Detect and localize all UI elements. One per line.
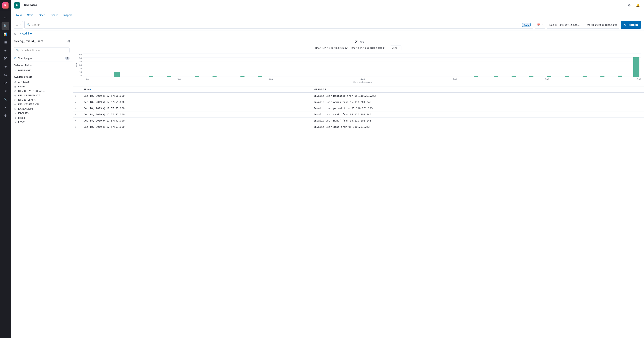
cell-message: Invalid user diag from 95.110.201.243	[310, 124, 644, 130]
svg-rect-15	[494, 76, 498, 77]
chart-separator: —	[386, 47, 388, 50]
y-tick-40: 40	[76, 61, 82, 63]
svg-rect-23	[633, 57, 639, 77]
auto-select[interactable]: Auto ▾	[390, 46, 402, 50]
cell-message: Invalid user craft from 95.110.201.243	[310, 111, 644, 118]
field-type-icon-deviceeventclass: ◎	[14, 90, 17, 92]
filter-type-badge: 0	[65, 57, 70, 60]
add-filter-button[interactable]: + Add filter	[20, 32, 33, 35]
cell-time: Dec 18, 2019 @ 17:57:56.000	[80, 93, 310, 99]
kql-badge[interactable]: KQL	[522, 23, 530, 27]
field-facility[interactable]: # FACILITY	[14, 111, 70, 116]
date-to: Dec 18, 2019 @ 18:00:00.0	[586, 24, 617, 26]
col-time[interactable]: Time ▾	[80, 86, 310, 93]
collapse-sidebar-icon[interactable]: ◁	[67, 39, 70, 43]
nav-icon-ml[interactable]: ⊕	[2, 63, 9, 71]
date-picker[interactable]: 📅 ▾	[534, 21, 545, 29]
field-name-message: MESSAGE	[18, 69, 70, 72]
field-type-icon-devicevendor: ◎	[14, 99, 17, 101]
nav-icon-management[interactable]: ⚙	[2, 112, 9, 119]
y-tick-10: 10	[76, 71, 82, 73]
app-logo: K	[2, 2, 8, 9]
field-type-icon-date: ▦	[14, 85, 17, 88]
nav-icon-apm[interactable]: ↗	[2, 87, 9, 95]
col-message: MESSAGE	[310, 86, 644, 93]
table-row: › Dec 18, 2019 @ 17:57:55.000 Invalid us…	[73, 105, 644, 111]
field-message[interactable]: t MESSAGE	[14, 68, 70, 73]
help-icon[interactable]: ⚙	[626, 2, 632, 9]
new-button[interactable]: New	[14, 13, 24, 18]
inspect-button[interactable]: Inspect	[61, 13, 74, 18]
filter-by-type-row[interactable]: ⊙ Filter by type 0	[11, 55, 72, 62]
chart-header: 121 hits	[76, 40, 641, 44]
nav-icon-maps[interactable]: 🗺	[2, 55, 9, 62]
field-devicevendor[interactable]: ◎ DEVICEVENDOR	[14, 98, 70, 102]
expand-row-button[interactable]: ›	[74, 107, 77, 110]
save-button[interactable]: Save	[25, 13, 36, 18]
field-name-appname: APPNAME	[18, 81, 70, 84]
field-deviceeventclass[interactable]: ◎ DEVICEEVENTCLAS...	[14, 89, 70, 93]
svg-rect-11	[212, 76, 217, 77]
cell-time: Dec 18, 2019 @ 17:57:51.000	[80, 124, 310, 130]
filter-type-label: Filter by type	[18, 57, 64, 60]
y-tick-60: 60	[76, 54, 82, 56]
svg-rect-16	[512, 76, 516, 77]
field-search-bar[interactable]: 🔍	[14, 47, 70, 53]
expand-row-button[interactable]: ›	[74, 95, 77, 97]
search-type-toggle[interactable]: ☰ ▾	[14, 21, 23, 29]
table-row: › Dec 18, 2019 @ 17:57:52.000 Invalid us…	[73, 118, 644, 124]
y-tick-50: 50	[76, 57, 82, 59]
expand-row-button[interactable]: ›	[74, 119, 77, 122]
y-axis-label: Count	[75, 63, 78, 68]
cell-time: Dec 18, 2019 @ 17:57:53.000	[80, 111, 310, 118]
field-type-icon-host: t	[14, 117, 17, 119]
search-input[interactable]	[32, 23, 521, 26]
cell-message: Invalid user mediator from 95.110.201.24…	[310, 93, 644, 99]
refresh-label: Refresh	[628, 23, 638, 26]
field-name-date: DATE	[18, 85, 70, 88]
nav-icon-visualize[interactable]: 📊	[2, 30, 9, 38]
field-host[interactable]: t HOST	[14, 116, 70, 120]
nav-icon-observability[interactable]: ◎	[2, 71, 9, 79]
x-tick-17: 17:00	[636, 78, 641, 80]
expand-row-button[interactable]: ›	[74, 113, 77, 116]
field-deviceversion[interactable]: ◎ DEVICEVERSION	[14, 102, 70, 107]
nav-icon-clock[interactable]: ⏱	[2, 14, 9, 22]
date-arrow: →	[582, 24, 584, 26]
date-range[interactable]: Dec 18, 2019 @ 10:36:06.0 → Dec 18, 2019…	[547, 21, 619, 29]
svg-rect-12	[240, 76, 244, 77]
field-type-icon-facility: #	[14, 112, 17, 115]
nav-icon-canvas[interactable]: ◈	[2, 47, 9, 54]
x-tick-11: 11:00	[83, 78, 89, 80]
field-type-icon-message: t	[14, 69, 17, 72]
expand-row-button[interactable]: ›	[74, 126, 77, 128]
field-date[interactable]: ▦ DATE	[14, 84, 70, 89]
nav-icon-dashboard[interactable]: ⊞	[2, 38, 9, 46]
field-level[interactable]: # LEVEL	[14, 120, 70, 124]
refresh-button[interactable]: ↻ Refresh	[621, 21, 641, 29]
cell-message: Invalid user patrol from 95.110.201.243	[310, 105, 644, 111]
field-type-icon-extension: ◎	[14, 108, 17, 110]
nav-icon-discover[interactable]: 🔍	[2, 22, 9, 30]
filter-options-icon[interactable]: ⊙	[14, 32, 16, 36]
expand-row-button[interactable]: ›	[74, 101, 77, 104]
nav-icon-security[interactable]: 🛡	[2, 79, 9, 87]
field-deviceproduct[interactable]: ◎ DEVICEPRODUCT	[14, 93, 70, 98]
table-row: › Dec 18, 2019 @ 17:57:55.000 Invalid us…	[73, 99, 644, 105]
field-name-deviceversion: DEVICEVERSION	[18, 103, 70, 106]
svg-rect-10	[195, 76, 199, 77]
notification-icon[interactable]: 🔔	[635, 2, 641, 9]
cell-time: Dec 18, 2019 @ 17:57:55.000	[80, 105, 310, 111]
field-search-input[interactable]	[21, 49, 68, 52]
search-bar[interactable]: 🔍 KQL	[24, 21, 533, 29]
y-tick-0: 0	[76, 74, 82, 77]
field-appname[interactable]: ◎ APPNAME	[14, 80, 70, 84]
cell-message: Invalid user admin from 95.110.201.243	[310, 99, 644, 105]
open-button[interactable]: Open	[36, 13, 48, 18]
nav-icon-devtools[interactable]: 🔧	[2, 95, 9, 103]
field-extension[interactable]: ◎ EXTENSION	[14, 107, 70, 111]
field-name-extension: EXTENSION	[18, 107, 70, 110]
share-button[interactable]: Share	[48, 13, 60, 18]
svg-rect-13	[258, 76, 262, 77]
nav-icon-stack[interactable]: ♥	[2, 104, 9, 111]
